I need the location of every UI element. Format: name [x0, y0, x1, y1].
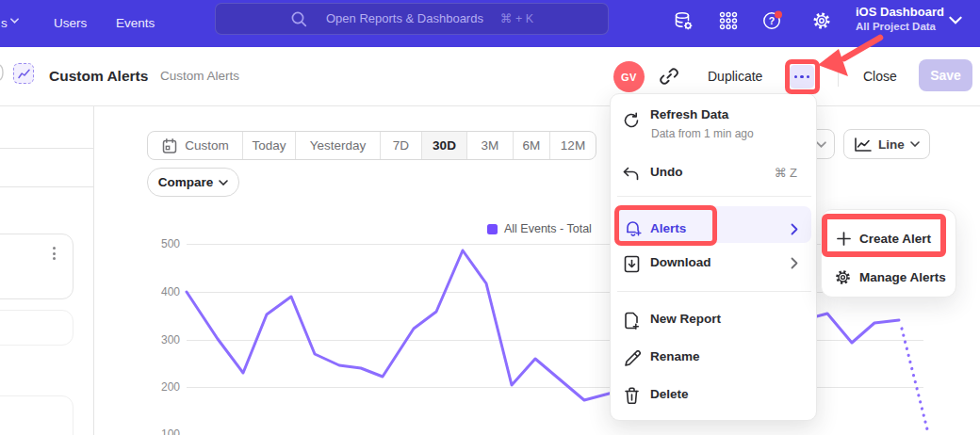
compare-button[interactable]: Compare — [147, 168, 239, 197]
gear-icon — [811, 10, 832, 31]
menu-item-label: Rename — [650, 349, 700, 363]
search-placeholder: Open Reports & Dashboards — [326, 4, 483, 34]
project-scope: All Project Data — [856, 21, 936, 32]
settings-button[interactable] — [809, 8, 834, 33]
sidebar-card-1[interactable] — [0, 234, 74, 299]
page-title: Custom Alerts — [49, 68, 148, 85]
chevron-down-icon — [219, 180, 228, 185]
more-options-menu: Refresh Data Data from 1 min ago Undo ⌘ … — [610, 93, 817, 421]
report-header: Custom Alerts Custom Alerts GV Duplicate… — [0, 47, 980, 106]
range-3m[interactable]: 3M — [467, 132, 514, 159]
menu-item-label: Delete — [650, 387, 689, 401]
sidebar-card-kebab-icon[interactable] — [48, 247, 59, 260]
duplicate-button[interactable]: Duplicate — [708, 69, 762, 84]
menu-divider — [617, 291, 811, 292]
copy-link-icon[interactable] — [659, 66, 679, 87]
menu-item-shortcut: ⌘ Z — [774, 166, 797, 180]
submenu-item-manage-alerts[interactable]: Manage Alerts — [822, 261, 957, 293]
menu-divider — [617, 196, 811, 197]
sidebar-card-3[interactable] — [0, 395, 74, 435]
menu-item-download[interactable]: Download — [611, 250, 818, 278]
gear-icon — [834, 268, 852, 286]
submenu-item-label: Manage Alerts — [859, 270, 946, 284]
y-tick-100: 100 — [142, 427, 180, 435]
chevron-right-icon — [791, 257, 798, 269]
range-12m[interactable]: 12M — [550, 132, 596, 159]
y-tick-200: 200 — [142, 380, 180, 394]
menu-item-label: Undo — [650, 165, 683, 179]
data-management-button[interactable] — [671, 8, 695, 33]
top-navigation-bar: s Users Events Open Reports & Dashboards… — [0, 0, 980, 47]
sidebar-rule-2 — [0, 186, 93, 187]
sidebar-rule-1 — [0, 148, 93, 149]
calendar-icon — [161, 137, 178, 154]
menu-item-sublabel: Data from 1 min ago — [651, 127, 754, 140]
pencil-icon — [624, 350, 641, 367]
svg-text:?: ? — [769, 15, 775, 26]
new-report-icon — [624, 312, 640, 330]
chevron-down-icon — [10, 18, 19, 24]
help-icon: ? — [761, 9, 784, 32]
menu-item-label: New Report — [650, 312, 721, 326]
menu-item-refresh-data[interactable]: Refresh Data Data from 1 min ago — [611, 94, 818, 151]
chart-legend: All Events - Total — [487, 222, 592, 235]
report-type-icon — [13, 63, 34, 84]
range-6m[interactable]: 6M — [514, 132, 550, 159]
legend-swatch — [487, 224, 498, 234]
download-icon — [624, 255, 640, 273]
legend-label: All Events - Total — [504, 222, 592, 235]
y-tick-300: 300 — [142, 333, 180, 346]
y-tick-500: 500 — [142, 237, 180, 250]
search-shortcut: ⌘ + K — [500, 4, 533, 34]
search-input[interactable]: Open Reports & Dashboards ⌘ + K — [215, 3, 609, 35]
menu-item-label: Download — [650, 255, 711, 269]
annotation-box-alerts — [614, 205, 717, 246]
chevron-down-icon — [949, 16, 962, 24]
avatar[interactable]: GV — [613, 61, 645, 92]
trash-icon — [624, 387, 640, 404]
range-today[interactable]: Today — [243, 132, 296, 159]
menu-item-delete[interactable]: Delete — [611, 381, 818, 410]
annotation-box-create-alert — [822, 214, 946, 257]
chevron-right-icon — [791, 223, 798, 235]
breadcrumb: Custom Alerts — [160, 69, 239, 83]
refresh-icon — [623, 112, 640, 129]
sidebar-divider — [93, 106, 94, 435]
apps-grid-button[interactable] — [716, 8, 741, 33]
nav-item-events[interactable]: Events — [116, 0, 155, 47]
menu-item-label: Refresh Data — [650, 107, 728, 121]
header-divider — [838, 64, 839, 87]
close-button[interactable]: Close — [863, 69, 897, 84]
annotation-box-more-button — [785, 59, 820, 94]
range-7d[interactable]: 7D — [381, 132, 422, 159]
nav-item-users[interactable]: Users — [54, 0, 87, 47]
range-yesterday[interactable]: Yesterday — [296, 132, 381, 159]
nav-partial-item[interactable]: s — [1, 0, 8, 47]
range-30d[interactable]: 30D — [422, 132, 467, 159]
help-button[interactable]: ? — [760, 8, 785, 33]
sidebar-card-2[interactable] — [0, 310, 74, 346]
date-range-group: Custom Today Yesterday 7D 30D 3M 6M 12M — [147, 131, 596, 160]
apps-grid-icon — [719, 11, 738, 30]
undo-icon — [623, 167, 640, 182]
database-gear-icon — [673, 10, 694, 32]
save-button[interactable]: Save — [919, 59, 972, 91]
range-custom[interactable]: Custom — [148, 132, 243, 159]
chevron-down-icon — [910, 141, 920, 147]
y-tick-400: 400 — [142, 285, 180, 298]
search-icon — [290, 10, 308, 28]
menu-item-undo[interactable]: Undo ⌘ Z — [611, 160, 818, 188]
menu-item-new-report[interactable]: New Report — [611, 306, 818, 334]
project-name[interactable]: iOS Dashboard — [856, 5, 944, 19]
menu-item-rename[interactable]: Rename — [611, 344, 818, 372]
line-chart-icon — [854, 137, 873, 153]
panel-collapse-handle[interactable] — [0, 64, 6, 81]
chart-type-button[interactable]: Line — [843, 129, 930, 159]
